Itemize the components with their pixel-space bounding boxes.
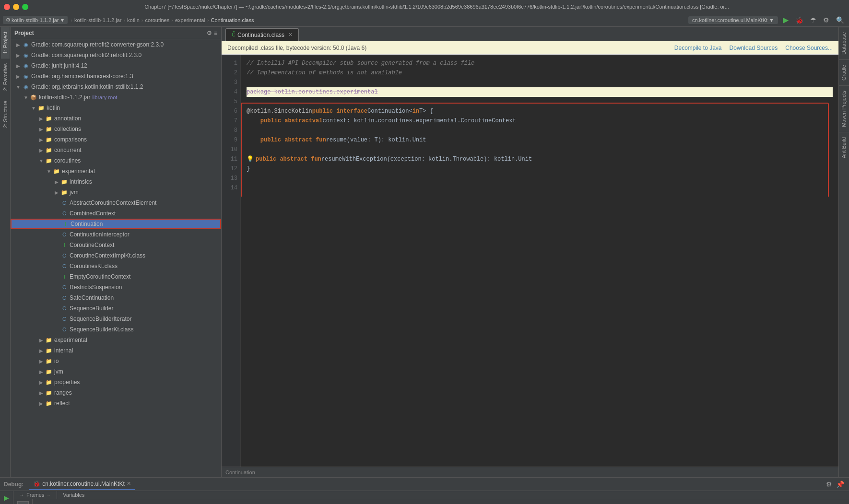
sidebar-actions: ⚙ ≡ <box>207 30 217 36</box>
tree-item-combined-context[interactable]: C CombinedContext <box>11 208 221 219</box>
choose-sources-link[interactable]: Choose Sources... <box>785 45 833 51</box>
tree-item-abstract-coroutine[interactable]: C AbstractCoroutineContextElement <box>11 198 221 208</box>
debug-sub-tabs: → Frames → Variables <box>13 491 849 499</box>
info-text: Decompiled .class file, bytecode version… <box>227 45 366 51</box>
folder-icon: 📁 <box>45 115 53 122</box>
favorites-tab[interactable]: 2: Favorites <box>1 59 10 95</box>
line-numbers: 12345 678910 11121314 <box>222 55 241 467</box>
layout-icon[interactable]: ≡ <box>214 30 217 36</box>
left-strip: 1: Project 2: Favorites 2: Structure <box>0 27 11 477</box>
tree-item-kotlin-stdlib[interactable]: ▼ ◉ Gradle: org.jetbrains.kotlin:kotlin-… <box>11 82 221 92</box>
pin-icon[interactable]: 📌 <box>835 480 845 489</box>
tree-item-seq-builder-iter[interactable]: C SequenceBuilderIterator <box>11 314 221 324</box>
code-line-5 <box>247 97 833 106</box>
tree-item-coroutines-kt[interactable]: C CoroutinesKt.class <box>11 261 221 271</box>
settings-icon[interactable]: ⚙ <box>825 480 833 489</box>
debug-controls: ⚙ 📌 <box>825 480 845 489</box>
tree-item-ranges[interactable]: ▶ 📁 ranges <box>11 387 221 398</box>
maven-tab[interactable]: Maven Projects <box>839 85 849 132</box>
tree-item-seq-builder[interactable]: C SequenceBuilder <box>11 303 221 314</box>
tree-item-kotlin[interactable]: ▼ 📁 kotlin <box>11 103 221 113</box>
title-bar: Chapter7 [~/TestSpace/muke/Chapter7] — ~… <box>0 0 849 13</box>
code-line-7: public abstract val context: kotlin.coro… <box>247 116 833 126</box>
debug-content-area: ▶ ⏸ ■ → Frames → Variables ↑ ↓ <box>0 491 849 504</box>
class-icon: C <box>60 315 68 323</box>
folder-icon: 📁 <box>45 368 53 375</box>
editor-tab-continuation[interactable]: C̃ Continuation.class ✕ <box>225 28 299 41</box>
tree-item-empty-coroutine[interactable]: I EmptyCoroutineContext <box>11 271 221 282</box>
tree-item-intrinsics[interactable]: ▶ 📁 intrinsics <box>11 176 221 187</box>
code-line-14 <box>247 183 833 193</box>
code-line-2: // Implementation of methods is not avai… <box>247 68 833 78</box>
class-icon: C <box>60 231 68 238</box>
tree-item-experimental2[interactable]: ▶ 📁 experimental <box>11 335 221 345</box>
debug-sub-area: → Frames → Variables ↑ ↓ ⚙ 🧵 Variables a <box>13 491 849 504</box>
tree-item-jvm[interactable]: ▶ 📁 jvm <box>11 187 221 198</box>
tree-item-retrofit[interactable]: ▶ ◉ Gradle: com.squareup.retrofit2:retro… <box>11 50 221 60</box>
tree-item-coroutine-context-impl[interactable]: C CoroutineContextImplKt.class <box>11 250 221 261</box>
debug-btn[interactable]: 🐞 <box>793 15 805 25</box>
code-line-1: // IntelliJ API Decompiler stub source g… <box>247 59 833 68</box>
gradle-icon: ◉ <box>22 41 30 48</box>
code-lines: // IntelliJ API Decompiler stub source g… <box>241 55 838 197</box>
frames-tab[interactable]: → Frames → <box>13 491 57 499</box>
maximize-button[interactable] <box>22 4 28 10</box>
coverage-btn[interactable]: ☂ <box>808 15 818 25</box>
folder-icon: 📁 <box>45 336 53 344</box>
close-button[interactable] <box>4 4 10 10</box>
tab-close-icon[interactable]: ✕ <box>288 32 293 38</box>
tree-item-experimental[interactable]: ▼ 📁 experimental <box>11 166 221 176</box>
folder-icon: 📁 <box>45 136 53 143</box>
ant-build-tab[interactable]: Ant Build <box>839 132 849 163</box>
decompile-to-java-link[interactable]: Decompile to Java <box>674 45 722 51</box>
code-line-13 <box>247 174 833 183</box>
sidebar-title: Project <box>14 30 34 36</box>
tree-item-comparisons[interactable]: ▶ 📁 comparisons <box>11 134 221 145</box>
run-btn[interactable]: ▶ <box>781 14 790 25</box>
code-line-8 <box>247 126 833 135</box>
database-tab[interactable]: Database <box>839 27 849 59</box>
class-icon: C <box>60 294 68 302</box>
tree-item-jar[interactable]: ▼ 📦 kotlin-stdlib-1.1.2.jar library root <box>11 92 221 103</box>
tree-item-io[interactable]: ▶ 📁 io <box>11 356 221 366</box>
folder-icon: 📁 <box>45 378 53 386</box>
code-line-12: } <box>247 164 833 174</box>
tree-item-restricts[interactable]: C RestrictsSuspension <box>11 282 221 293</box>
tree-item-coroutines[interactable]: ▼ 📁 coroutines <box>11 155 221 166</box>
info-links: Decompile to Java Download Sources Choos… <box>674 45 833 51</box>
project-tab[interactable]: 1: Project <box>1 27 10 59</box>
tree-item-reflect[interactable]: ▶ 📁 reflect <box>11 398 221 409</box>
tree-item-annotation[interactable]: ▶ 📁 annotation <box>11 113 221 124</box>
tree-item-hamcrest[interactable]: ▶ ◉ Gradle: org.hamcrest:hamcrest-core:1… <box>11 71 221 82</box>
structure-tab[interactable]: 2: Structure <box>1 96 10 133</box>
download-sources-link[interactable]: Download Sources <box>730 45 778 51</box>
resume-btn[interactable]: ▶ <box>1 493 12 503</box>
tree-item-properties[interactable]: ▶ 📁 properties <box>11 377 221 387</box>
tree-item-junit[interactable]: ▶ ◉ Gradle: junit:junit:4.12 <box>11 60 221 71</box>
tree-item-safe-continuation[interactable]: C SafeContinuation <box>11 293 221 303</box>
frame-filter[interactable] <box>17 501 29 504</box>
tree-item-concurrent[interactable]: ▶ 📁 concurrent <box>11 145 221 155</box>
tree-item-coroutine-context[interactable]: I CoroutineContext <box>11 240 221 250</box>
tree-item-seq-builder-kt[interactable]: C SequenceBuilderKt.class <box>11 324 221 335</box>
variables-content: Variables are not available <box>33 499 849 504</box>
minimize-button[interactable] <box>13 4 19 10</box>
code-line-3 <box>247 78 833 87</box>
code-content: // IntelliJ API Decompiler stub source g… <box>241 55 838 467</box>
tree-item-internal[interactable]: ▶ 📁 internal <box>11 345 221 356</box>
tree-item-continuation[interactable]: I Continuation <box>11 219 221 229</box>
tree-item-converter-gson[interactable]: ▶ ◉ Gradle: com.squareup.retrofit2:conve… <box>11 39 221 50</box>
tree-item-jvm2[interactable]: ▶ 📁 jvm <box>11 366 221 377</box>
project-view-btn[interactable]: ⚙ kotlin-stdlib-1.1.2.jar ▼ <box>3 16 68 24</box>
variables-tab[interactable]: Variables <box>57 491 90 499</box>
debug-main-tab[interactable]: 🐞 cn.kotliner.coroutine.ui.MainKtKt ✕ <box>29 479 134 490</box>
gear-icon[interactable]: ⚙ <box>207 30 212 36</box>
run-config-btn[interactable]: cn.kotliner.coroutine.ui.MainKtKt ▼ <box>688 16 778 24</box>
folder-icon: 📁 <box>45 357 53 365</box>
tree-item-collections[interactable]: ▶ 📁 collections <box>11 124 221 134</box>
search-btn[interactable]: 🔍 <box>834 15 846 25</box>
gradle-panel-tab[interactable]: Gradle <box>839 59 849 85</box>
tree-item-continuation-interceptor[interactable]: C ContinuationInterceptor <box>11 229 221 240</box>
window-title: Chapter7 [~/TestSpace/muke/Chapter7] — ~… <box>28 4 845 10</box>
settings-btn[interactable]: ⚙ <box>821 15 831 25</box>
